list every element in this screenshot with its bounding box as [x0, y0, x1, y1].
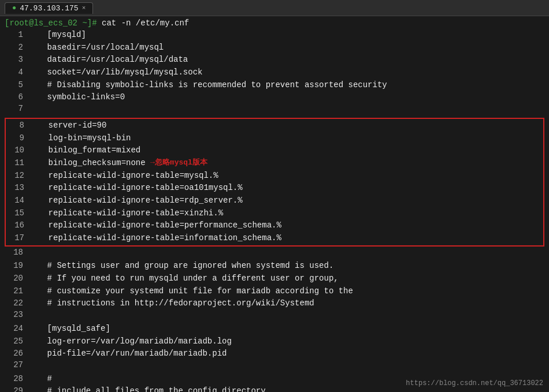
line-row: 21 # customize your systemd unit file fo…: [5, 285, 544, 298]
line-row: 8 server-id=90: [6, 120, 543, 132]
line-row: 6 symbolic-links=0: [5, 91, 544, 104]
title-bar: ● 47.93.103.175 ×: [0, 0, 549, 16]
annotation-text: 忽略mysql版本: [155, 157, 207, 170]
line-row: 3 datadir=/usr/local/mysql/data: [5, 54, 544, 66]
terminal-body: [root@ls_ecs_02 ~]# cat -n /etc/my.cnf 1…: [0, 16, 549, 392]
empty-line-27: 27: [5, 360, 544, 373]
line-row: 25 log-error=/var/log/mariadb/mariadb.lo…: [5, 335, 544, 348]
line-row: 2 basedir=/usr/local/mysql: [5, 42, 544, 54]
line-row: 20 # If you need to run mysqld under a d…: [5, 272, 544, 285]
line-row: 19 # Settings user and group are ignored…: [5, 260, 544, 272]
line-row: 15 replicate-wild-ignore-table=xinzhi.%: [6, 207, 543, 220]
command-text: cat -n /etc/my.cnf: [102, 18, 189, 28]
line-row: 16 replicate-wild-ignore-table=performan…: [6, 219, 543, 232]
line-row: 14 replicate-wild-ignore-table=rdp_serve…: [6, 195, 543, 207]
line-row: 22 # instructions in http://fedoraprojec…: [5, 297, 544, 310]
line-row: 5 # Disabling symbolic-links is recommen…: [5, 79, 544, 92]
empty-line-18: 18: [5, 248, 544, 260]
terminal-icon: ●: [12, 4, 16, 12]
prompt-line: [root@ls_ecs_02 ~]# cat -n /etc/my.cnf: [5, 18, 544, 28]
line-row: 1 [mysqld]: [5, 29, 544, 42]
prompt-text: [root@ls_ecs_02 ~]#: [5, 18, 97, 28]
tab-close-button[interactable]: ×: [82, 5, 86, 12]
line-row: 10 binlog_format=mixed: [6, 144, 543, 157]
line-row: 9 log-bin=mysql-bin: [6, 132, 543, 145]
empty-line-7: 7: [5, 104, 544, 117]
line-row: 12 replicate-wild-ignore-table=mysql.%: [6, 170, 543, 182]
line-row: 11 binlog_checksum=none → 忽略mysql版本: [6, 157, 543, 170]
watermark: https://blog.csdn.net/qq_36713022: [406, 379, 543, 387]
highlighted-config-block: 8 server-id=90 9 log-bin=mysql-bin 10 bi…: [5, 118, 544, 247]
line-row: 24 [mysqld_safe]: [5, 323, 544, 335]
line-row: 17 replicate-wild-ignore-table=informati…: [6, 232, 543, 245]
tab-label: 47.93.103.175: [20, 4, 78, 13]
annotation-arrow: →: [150, 157, 155, 170]
terminal-tab[interactable]: ● 47.93.103.175 ×: [5, 2, 93, 14]
line-row: 26 pid-file=/var/run/mariadb/mariadb.pid: [5, 348, 544, 360]
empty-line-23: 23: [5, 310, 544, 323]
line-row: 13 replicate-wild-ignore-table=oa101mysq…: [6, 182, 543, 195]
line-row: 4 socket=/var/lib/mysql/mysql.sock: [5, 66, 544, 79]
